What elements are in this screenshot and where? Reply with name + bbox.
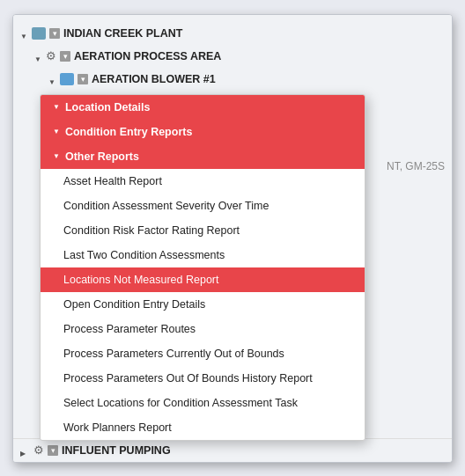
menu-item-label-planners: Work Planners Report bbox=[63, 421, 172, 434]
menu-section-location-details[interactable]: ▼ Location Details bbox=[41, 95, 365, 120]
section-label-condition: Condition Entry Reports bbox=[65, 126, 192, 138]
menu-item-label-asset: Asset Health Report bbox=[63, 175, 162, 187]
item-triangle-select-icon: ▶ bbox=[53, 399, 58, 406]
item-triangle-planners-icon: ▶ bbox=[53, 423, 58, 431]
section-triangle-location-icon: ▼ bbox=[53, 103, 60, 111]
area-dropdown-icon[interactable]: ▾ bbox=[60, 51, 70, 62]
menu-item-params-history[interactable]: ▶ Process Parameters Out Of Bounds Histo… bbox=[41, 366, 365, 391]
influent-label: INFLUENT PUMPING bbox=[62, 444, 171, 457]
item-triangle-open-icon: ▶ bbox=[53, 300, 58, 308]
behind-text: NT, GM-25S bbox=[387, 160, 445, 172]
section-label-other: Other Reports bbox=[65, 150, 139, 163]
dropdown-arrow-icon[interactable]: ▾ bbox=[49, 28, 60, 39]
item-triangle-history-icon: ▶ bbox=[53, 374, 58, 382]
blower-icon bbox=[60, 73, 74, 85]
tree-row-blower[interactable]: ▾ AERATION BLOWER #1 bbox=[13, 68, 452, 91]
menu-item-label-history: Process Parameters Out Of Bounds History… bbox=[63, 372, 313, 384]
menu-item-last-two[interactable]: ▶ Last Two Condition Assessments bbox=[41, 243, 365, 267]
plant-label: INDIAN CREEK PLANT bbox=[63, 27, 182, 40]
plant-icon bbox=[32, 27, 46, 40]
menu-item-condition-risk[interactable]: ▶ Condition Risk Factor Rating Report bbox=[41, 218, 365, 243]
menu-item-label-last-two: Last Two Condition Assessments bbox=[63, 249, 225, 261]
menu-section-other-reports[interactable]: ▼ Other Reports bbox=[41, 144, 365, 169]
menu-item-label-bounds: Process Parameters Currently Out of Boun… bbox=[63, 348, 284, 360]
influent-gear-icon: ⚙ bbox=[33, 443, 44, 457]
menu-item-locations-not-measured[interactable]: ▶ Locations Not Measured Report bbox=[41, 267, 365, 292]
context-menu: ▼ Location Details ▼ Condition Entry Rep… bbox=[40, 94, 365, 441]
area-label: AERATION PROCESS AREA bbox=[74, 50, 221, 62]
section-triangle-condition-icon: ▼ bbox=[53, 128, 60, 135]
menu-item-label-routes: Process Parameter Routes bbox=[63, 323, 196, 335]
bottom-tree: ⚙ ▾ INFLUENT PUMPING bbox=[13, 438, 452, 462]
influent-toggle-icon bbox=[20, 446, 29, 455]
menu-item-label-select: Select Locations for Condition Assessmen… bbox=[63, 397, 298, 409]
main-window: ▾ INDIAN CREEK PLANT ⚙ ▾ AERATION PROCES… bbox=[12, 14, 453, 463]
menu-item-label-severity: Condition Assessment Severity Over Time bbox=[63, 200, 269, 212]
menu-item-condition-severity[interactable]: ▶ Condition Assessment Severity Over Tim… bbox=[41, 194, 365, 218]
menu-item-label-locations: Locations Not Measured Report bbox=[63, 274, 218, 286]
item-triangle-last-two-icon: ▶ bbox=[53, 251, 58, 259]
item-triangle-asset-icon: ▶ bbox=[53, 177, 58, 185]
tree-row-influent[interactable]: ⚙ ▾ INFLUENT PUMPING bbox=[13, 439, 452, 462]
blower-dropdown-icon[interactable]: ▾ bbox=[78, 74, 88, 84]
item-triangle-severity-icon: ▶ bbox=[53, 201, 58, 209]
menu-item-label-risk: Condition Risk Factor Rating Report bbox=[63, 224, 240, 237]
section-label-location: Location Details bbox=[65, 101, 151, 114]
area-gear-icon: ⚙ bbox=[46, 49, 56, 62]
tree-row-area[interactable]: ⚙ ▾ AERATION PROCESS AREA bbox=[13, 45, 452, 68]
tree-area: ▾ INDIAN CREEK PLANT ⚙ ▾ AERATION PROCES… bbox=[13, 15, 452, 98]
menu-item-select-locations[interactable]: ▶ Select Locations for Condition Assessm… bbox=[41, 391, 365, 415]
blower-label: AERATION BLOWER #1 bbox=[92, 73, 216, 85]
menu-section-condition-entry[interactable]: ▼ Condition Entry Reports bbox=[41, 120, 365, 144]
menu-item-work-planners[interactable]: ▶ Work Planners Report bbox=[41, 415, 365, 440]
plant-toggle-icon bbox=[20, 29, 29, 38]
item-triangle-routes-icon: ▶ bbox=[53, 325, 58, 333]
item-triangle-risk-icon: ▶ bbox=[53, 226, 58, 234]
section-triangle-other-icon: ▼ bbox=[53, 152, 60, 160]
menu-item-asset-health[interactable]: ▶ Asset Health Report bbox=[41, 169, 365, 194]
influent-dropdown-icon[interactable]: ▾ bbox=[48, 445, 58, 456]
area-toggle-icon bbox=[34, 52, 43, 61]
blower-toggle-icon bbox=[48, 75, 57, 84]
tree-row-plant[interactable]: ▾ INDIAN CREEK PLANT bbox=[13, 22, 452, 45]
item-triangle-bounds-icon: ▶ bbox=[53, 349, 58, 357]
item-triangle-locations-icon: ▶ bbox=[53, 275, 58, 283]
menu-item-process-routes[interactable]: ▶ Process Parameter Routes bbox=[41, 317, 365, 341]
menu-item-open-condition[interactable]: ▶ Open Condition Entry Details bbox=[41, 292, 365, 317]
menu-item-params-out-bounds[interactable]: ▶ Process Parameters Currently Out of Bo… bbox=[41, 341, 365, 366]
menu-item-label-open: Open Condition Entry Details bbox=[63, 298, 205, 311]
